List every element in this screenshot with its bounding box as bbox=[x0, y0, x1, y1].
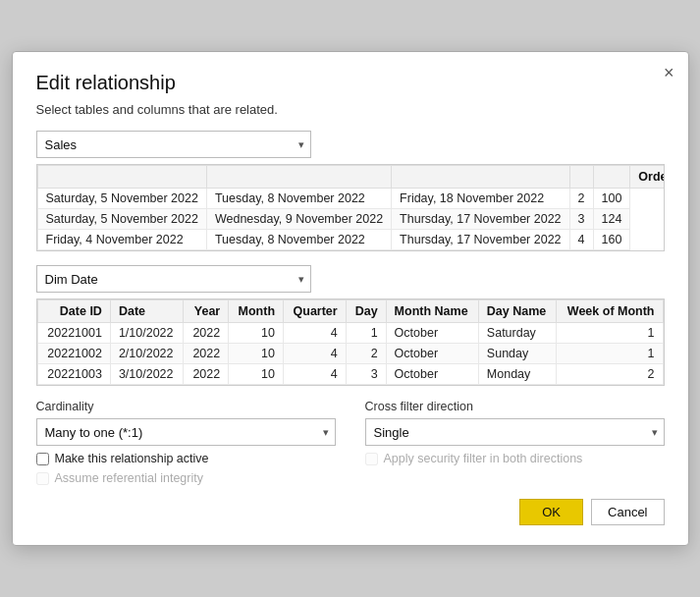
bottom-section: Cardinality Many to one (*:1)One to one … bbox=[36, 400, 665, 485]
crossfilter-block: Cross filter direction SingleBoth Apply … bbox=[365, 400, 665, 485]
ok-button[interactable]: OK bbox=[519, 499, 583, 525]
table2-col-1: Date bbox=[110, 300, 183, 323]
table1-dropdown-row: Sales bbox=[36, 131, 665, 158]
active-checkbox-row: Make this relationship active bbox=[36, 452, 336, 465]
table-row: Friday, 4 November 2022Tuesday, 8 Novemb… bbox=[37, 230, 665, 250]
cardinality-dropdown-wrap: Many to one (*:1)One to one (1:1)One to … bbox=[36, 418, 336, 446]
cardinality-label: Cardinality bbox=[36, 400, 336, 413]
table2-col-6: Month Name bbox=[386, 300, 478, 323]
table2-container: Date IDDateYearMonthQuarterDayMonth Name… bbox=[36, 298, 665, 386]
integrity-label: Assume referential integrity bbox=[55, 471, 203, 485]
crossfilter-label: Cross filter direction bbox=[365, 400, 665, 413]
table1: Order DateShip DateArrival DateProduct C… bbox=[37, 165, 665, 250]
table2-col-4: Quarter bbox=[284, 300, 347, 323]
table1-header: Order DateShip DateArrival DateProduct C… bbox=[37, 166, 665, 189]
table1-dropdown[interactable]: Sales bbox=[36, 131, 311, 158]
dialog-title: Edit relationship bbox=[36, 72, 665, 94]
table2-dropdown[interactable]: Dim Date bbox=[36, 265, 311, 293]
table2-col-3: Month bbox=[229, 300, 284, 323]
table1-container: Order DateShip DateArrival DateProduct C… bbox=[36, 164, 665, 251]
table1-dropdown-wrap: Sales bbox=[36, 131, 311, 158]
table-row: 202210033/10/202220221043OctoberMonday2 bbox=[37, 364, 663, 385]
close-button[interactable]: × bbox=[664, 64, 674, 81]
table1-body: Saturday, 5 November 2022Tuesday, 8 Nove… bbox=[37, 189, 665, 250]
active-label: Make this relationship active bbox=[55, 452, 209, 465]
col-sale-amount bbox=[593, 166, 630, 189]
crossfilter-dropdown[interactable]: SingleBoth bbox=[365, 418, 665, 446]
security-label: Apply security filter in both directions bbox=[384, 452, 583, 465]
table2-col-7: Day Name bbox=[478, 300, 556, 323]
table2-col-8: Week of Month bbox=[557, 300, 663, 323]
bottom-actions: OK Cancel bbox=[36, 499, 665, 525]
col-arrival-date bbox=[392, 166, 569, 189]
security-checkbox-row: Apply security filter in both directions bbox=[365, 452, 665, 465]
cardinality-block: Cardinality Many to one (*:1)One to one … bbox=[36, 400, 336, 485]
table2-dropdown-wrap: Dim Date bbox=[36, 265, 311, 293]
table2-body: 202210011/10/202220221041OctoberSaturday… bbox=[37, 323, 663, 385]
dialog-subtitle: Select tables and columns that are relat… bbox=[36, 102, 665, 117]
col-ship-date bbox=[206, 166, 391, 189]
active-checkbox[interactable] bbox=[36, 453, 49, 465]
edit-relationship-dialog: × Edit relationship Select tables and co… bbox=[12, 51, 689, 546]
cardinality-dropdown[interactable]: Many to one (*:1)One to one (1:1)One to … bbox=[36, 418, 336, 446]
integrity-checkbox bbox=[36, 472, 49, 485]
table2-col-5: Day bbox=[346, 300, 386, 323]
table-row: 202210022/10/202220221042OctoberSunday1 bbox=[37, 344, 663, 364]
table2-dropdown-row: Dim Date bbox=[36, 265, 665, 293]
table-row: Saturday, 5 November 2022Wednesday, 9 No… bbox=[37, 209, 665, 230]
table2: Date IDDateYearMonthQuarterDayMonth Name… bbox=[37, 299, 664, 385]
col-order-date bbox=[37, 166, 206, 189]
table1-col-0: Order Date bbox=[630, 166, 665, 189]
table2-col-2: Year bbox=[184, 300, 229, 323]
cancel-button[interactable]: Cancel bbox=[591, 499, 664, 525]
integrity-checkbox-row: Assume referential integrity bbox=[36, 471, 336, 485]
col-product-count bbox=[569, 166, 593, 189]
crossfilter-dropdown-wrap: SingleBoth bbox=[365, 418, 665, 446]
security-checkbox bbox=[365, 453, 378, 465]
table2-col-0: Date ID bbox=[37, 300, 110, 323]
table-row: 202210011/10/202220221041OctoberSaturday… bbox=[37, 323, 663, 344]
table-row: Saturday, 5 November 2022Tuesday, 8 Nove… bbox=[37, 189, 665, 209]
table2-header: Date IDDateYearMonthQuarterDayMonth Name… bbox=[37, 300, 663, 323]
